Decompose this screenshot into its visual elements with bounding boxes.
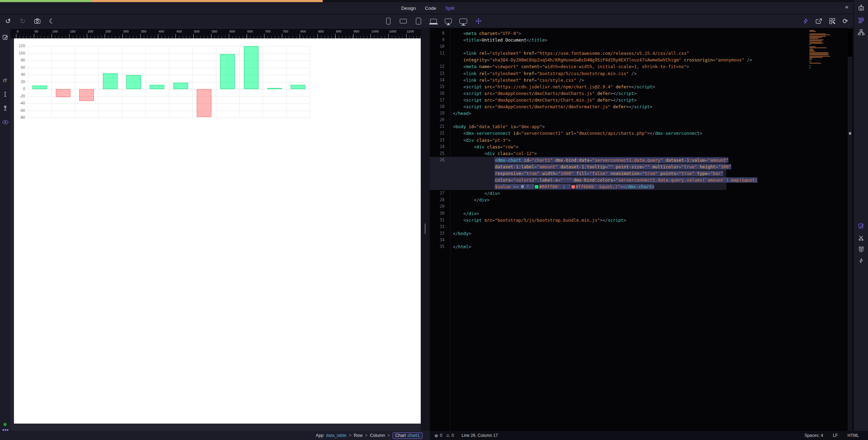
chart-bar[interactable] [244,46,259,89]
code-line[interactable]: 24 <div class="row"> [430,144,853,150]
chart-bar[interactable] [126,75,141,89]
chart-bar[interactable] [32,86,47,89]
sitemap-icon[interactable] [854,27,868,37]
tab-design[interactable]: Design [401,6,416,11]
chart-bar[interactable] [267,88,282,89]
edit-pencil-icon[interactable] [0,32,10,42]
code-line[interactable]: 18 <script src="dmxAppConnect/dmxFormatt… [430,103,853,110]
code-line[interactable]: integrity="sha384-DyZ88mC6Up2uqS4h/KRgHu… [430,57,853,63]
code-line-selected[interactable]: dataset-1:label="amount" dataset-1:toolt… [430,163,853,170]
code-line[interactable]: 29 [430,203,853,210]
code-line[interactable]: 8 <meta charset="UTF-8"> [430,30,853,37]
code-line[interactable]: 25 <div class="col-12"> [430,150,853,157]
code-line[interactable]: 28 </div> [430,197,853,203]
element-info-icon[interactable] [0,90,10,99]
design-canvas[interactable]: 120100806040200-20-40-60-80 [14,38,421,424]
design-scrollbar-thumb[interactable] [425,223,426,234]
code-token: = [605,164,608,169]
code-line[interactable]: 17 <script src="dmxAppConnect/dmxCharts/… [430,97,853,103]
code-line[interactable]: 21<body id="data_table" is="dmx-app"> [430,123,853,130]
phone-portrait-icon[interactable] [382,16,394,26]
code-line[interactable]: 15 <script src="https://cdn.jsdelivr.net… [430,83,853,90]
code-minimap[interactable] [809,29,848,154]
code-line[interactable]: 9 <title>Untitled Document</title> [430,37,853,43]
eol-setting[interactable]: LF [833,433,838,438]
code-line[interactable]: 35</html> [430,243,853,250]
code-line[interactable]: 27 </div> [430,190,853,197]
code-line[interactable]: 11 <link rel="stylesheet" href="https://… [430,50,853,57]
qr-code-icon[interactable] [826,16,838,26]
tab-split[interactable]: Split [445,6,454,11]
screenshot-camera-icon[interactable] [31,16,43,26]
code-line[interactable]: 10 [430,43,853,50]
breadcrumb-row[interactable]: Row [354,433,362,438]
code-line[interactable]: 22 <dmx-serverconnect id="serverconnect1… [430,130,853,137]
code-line-selected[interactable]: responsive="true" width="1000" fill="fal… [430,170,853,177]
code-line-selected[interactable]: $value >= 0 ? '#00ff88' : '#ff6b6b' &quo… [430,183,853,190]
actions-bolt-icon[interactable] [800,16,811,26]
tab-code[interactable]: Code [425,6,436,11]
fluid-resize-icon[interactable] [472,16,484,26]
app-structure-outline-icon[interactable] [854,15,868,25]
code-line[interactable]: 34 [430,237,853,243]
code-line[interactable]: 33</body> [430,230,853,237]
code-line[interactable]: 32 [430,223,853,230]
phone-landscape-icon[interactable] [397,16,409,26]
code-line-selected[interactable]: 26 <dmx-chart id="chart1" dmx-bind:data=… [430,157,853,163]
accessibility-icon[interactable] [0,104,10,113]
chart-bar[interactable] [197,89,211,117]
code-token: < [453,138,466,143]
tablet-icon[interactable] [412,16,424,26]
indent-setting[interactable]: Spaces: 4 [805,433,823,438]
chart-bar[interactable] [56,89,70,97]
ruler-label: 600 [230,29,235,33]
breadcrumb-column[interactable]: Column [370,433,385,438]
chart-bar[interactable] [220,54,235,89]
chart-bar[interactable] [103,73,118,89]
editor-scrollbar-thumb[interactable] [849,132,851,135]
breadcrumb-app-id[interactable]: data_table [326,433,346,438]
collapse-panel-icon[interactable]: « [845,3,848,10]
code-line[interactable]: 19</head> [430,110,853,117]
open-in-browser-icon[interactable] [813,16,825,26]
code-line[interactable]: 20 [430,117,853,123]
editor-scrollbar[interactable] [848,28,852,431]
dynamic-events-bolt-icon[interactable] [854,256,868,265]
chart-bar[interactable] [150,85,164,89]
code-line-selected[interactable]: colors="colors2" label-x="''" dmx-bind:c… [430,177,853,183]
code-editor[interactable]: 8 <meta charset="UTF-8">9 <title>Untitle… [430,28,853,431]
language-mode[interactable]: HTML [847,433,859,438]
redo-icon[interactable]: ↻ [17,16,29,26]
code-line[interactable]: 13 <link rel="stylesheet" href="bootstra… [430,70,853,77]
code-line[interactable]: 23 <div class="pt-3"> [430,137,853,144]
main-toolbar: ↺ ↻ ☾ [0,14,853,28]
code-token: meta [466,31,477,36]
pane-splitter[interactable] [421,28,430,431]
line-number: 18 [430,103,450,110]
code-line[interactable]: 31 <script src="bootstrap/5/js/bootstrap… [430,217,853,223]
ai-assistant-robot-icon[interactable] [854,3,868,13]
chart-bar[interactable] [173,83,188,89]
bar-chart[interactable]: 120100806040200-20-40-60-80 [15,40,329,124]
laptop-icon[interactable] [427,16,439,26]
breadcrumb-selected-chip[interactable]: Chart chart1 [392,432,422,439]
code-token: dataset-1:tooltip [561,164,605,169]
undo-icon[interactable]: ↺ [2,16,14,26]
eye-preview-icon[interactable] [0,118,10,127]
code-edit-icon[interactable] [854,221,868,230]
code-line[interactable]: 16 <script src="dmxAppConnect/dmxCharts/… [430,90,853,97]
large-monitor-icon[interactable] [457,16,469,26]
snippets-scissors-icon[interactable] [854,233,868,243]
code-line[interactable]: 12 <meta name="viewport" content="width=… [430,63,853,70]
code-line[interactable]: 14 <link rel="stylesheet" href="css/styl… [430,77,853,83]
dark-mode-moon-icon[interactable]: ☾ [46,16,58,26]
refresh-icon[interactable]: ⟳ [839,16,851,26]
chart-bar[interactable] [291,85,305,89]
typography-icon[interactable]: tT [0,76,10,85]
chart-bar[interactable] [79,89,94,101]
desktop-icon[interactable] [442,16,454,26]
css-styles-icon[interactable] [854,244,868,254]
code-lines[interactable]: 8 <meta charset="UTF-8">9 <title>Untitle… [430,30,853,250]
diagnostics[interactable]: ⊗ 0 ⚠ 0 [434,433,454,438]
code-line[interactable]: 30 </div> [430,210,853,217]
